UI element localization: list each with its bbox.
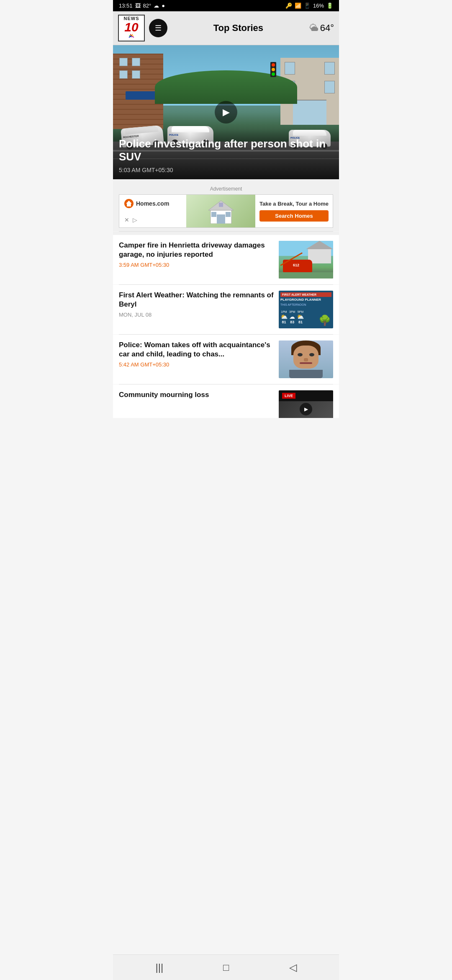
section-gap-2 (113, 232, 339, 235)
news-headline-2: First Alert Weather: Watching the remnan… (119, 291, 274, 309)
live-broadcast-image: LIVE ▶ (279, 390, 333, 418)
tree-icon: 🌳 (318, 315, 331, 326)
section-gap (113, 179, 339, 183)
first-alert-badge: FIRST ALERT WEATHER (280, 292, 331, 297)
ad-label: Advertisement (119, 186, 333, 192)
ad-search-button[interactable]: Search Homes (259, 210, 329, 222)
weather-temp-3pm: 83 (290, 320, 294, 324)
weather-temp-1pm: 81 (282, 320, 286, 324)
status-right: 🔑 📶 📱 16% 🔋 (285, 3, 333, 9)
weather-cell-1pm: 1PM ⛅ 81 (280, 310, 288, 324)
ad-info-icon[interactable]: ▷ (133, 217, 137, 223)
news-headline-4: Community mourning loss (119, 390, 274, 400)
news-headline-1: Camper fire in Henrietta driveway damage… (119, 241, 274, 259)
weather-forecast-row: 1PM ⛅ 81 3PM ☁ 83 5PM ⛅ 81 🌳 (280, 307, 331, 327)
svg-rect-3 (217, 214, 225, 224)
hero-headline: Police investigating after person shot i… (119, 137, 333, 163)
weather-forecast-image: FIRST ALERT WEATHER PLAYGROUND PLANNER T… (279, 291, 333, 328)
ad-container[interactable]: Homes.com ✕ ▷ Take a Break, Tour a Home … (119, 194, 333, 228)
house-illustration (206, 199, 236, 224)
header: NEWS 10 ☰ Top Stories 🌥 64° (113, 11, 339, 45)
hero-story[interactable]: ROCHESTER POLICE POLICE ▶ Police investi… (113, 45, 339, 179)
status-time: 13:51 (119, 3, 133, 9)
news-item-weather[interactable]: First Alert Weather: Watching the remnan… (113, 285, 339, 334)
news-item-camper-fire[interactable]: Camper fire in Henrietta driveway damage… (113, 235, 339, 284)
news-headline-3: Police: Woman takes off with acquaintanc… (119, 340, 274, 359)
ad-house-image (186, 195, 255, 227)
news-text-3: Police: Woman takes off with acquaintanc… (119, 340, 274, 368)
hero-timestamp: 5:03 AM GMT+05:30 (119, 167, 333, 173)
menu-button[interactable]: ☰ (149, 19, 167, 37)
weather-time-1: 1PM (281, 310, 287, 313)
ad-brand: Homes.com (124, 199, 181, 208)
weather-icon-5pm: ⛅ (297, 313, 304, 320)
status-signal-icon: 📱 (304, 3, 311, 9)
status-temp: 82° (143, 3, 152, 9)
fire-scene-image (279, 241, 333, 279)
svg-rect-5 (226, 212, 231, 217)
ad-close-icon[interactable]: ✕ (124, 217, 129, 223)
logo-inner: NEWS 10 (124, 16, 139, 40)
weather-time-3: 5PM (298, 310, 303, 313)
status-battery: 16% (313, 3, 324, 9)
hero-overlay: Police investigating after person shot i… (113, 129, 339, 179)
advertisement-section: Advertisement Homes.com ✕ ▷ (113, 183, 339, 231)
weather-temp-5pm: 81 (298, 320, 303, 324)
news-thumb-2: FIRST ALERT WEATHER PLAYGROUND PLANNER T… (279, 291, 333, 328)
status-cloud-icon: ☁ (154, 3, 159, 9)
weather-temperature: 64° (320, 23, 334, 34)
ad-controls[interactable]: ✕ ▷ (124, 217, 181, 223)
hamburger-icon: ☰ (155, 23, 162, 33)
live-badge: LIVE (282, 393, 295, 399)
weather-planner-title: PLAYGROUND PLANNER (280, 298, 331, 302)
news-thumb-1 (279, 241, 333, 279)
play-icon: ▶ (223, 107, 230, 118)
play-button[interactable]: ▶ (215, 101, 237, 124)
status-dot: ● (162, 3, 165, 9)
news-time-3: 5:42 AM GMT+05:30 (119, 361, 274, 368)
page-title: Top Stories (172, 23, 305, 34)
news-time-1: 3:59 AM GMT+05:30 (119, 262, 274, 268)
homes-logo-icon (124, 199, 134, 208)
status-key-icon: 🔑 (285, 3, 292, 9)
status-battery-icon: 🔋 (326, 3, 333, 9)
nbc-peacock-icon (128, 34, 135, 40)
news-thumb-4: LIVE ▶ (279, 390, 333, 418)
weather-icon-1pm: ⛅ (280, 313, 288, 320)
play-overlay-icon[interactable]: ▶ (300, 403, 312, 415)
ad-brand-name: Homes.com (136, 200, 169, 207)
news-item-woman-chase[interactable]: Police: Woman takes off with acquaintanc… (113, 335, 339, 384)
weather-cell-5pm: 5PM ⛅ 81 (297, 310, 304, 324)
weather-subtitle: THIS AFTERNOON (280, 303, 331, 306)
news-thumb-3 (279, 340, 333, 378)
svg-rect-4 (211, 212, 216, 217)
status-bar: 13:51 🖼 82° ☁ ● 🔑 📶 📱 16% 🔋 (113, 0, 339, 11)
weather-icon-3pm: ☁ (289, 313, 295, 320)
status-left: 13:51 🖼 82° ☁ ● (119, 3, 165, 9)
ad-right-panel: Take a Break, Tour a Home Search Homes (255, 195, 333, 227)
bottom-spacer (113, 418, 339, 447)
weather-cloud-icon: 🌥 (309, 23, 318, 34)
status-wifi-icon: 📶 (295, 3, 301, 9)
mugshot-image (279, 340, 333, 378)
weather-cell-3pm: 3PM ☁ 83 (289, 310, 295, 324)
awning (126, 91, 159, 100)
weather-time-2: 3PM (289, 310, 295, 313)
logo-number: 10 (124, 21, 138, 34)
news-item-community[interactable]: Community mourning loss LIVE ▶ (113, 384, 339, 418)
traffic-light (270, 62, 276, 77)
news-text-1: Camper fire in Henrietta driveway damage… (119, 241, 274, 268)
status-photo-icon: 🖼 (135, 3, 141, 9)
svg-rect-6 (219, 203, 223, 207)
ad-tagline: Take a Break, Tour a Home (259, 201, 329, 207)
logo-box[interactable]: NEWS 10 (118, 15, 145, 41)
news-text-4: Community mourning loss (119, 390, 274, 402)
ad-left-panel: Homes.com ✕ ▷ (119, 195, 186, 227)
weather-widget[interactable]: 🌥 64° (309, 23, 334, 34)
news-time-2: MON, JUL 08 (119, 312, 274, 318)
news-text-2: First Alert Weather: Watching the remnan… (119, 291, 274, 318)
